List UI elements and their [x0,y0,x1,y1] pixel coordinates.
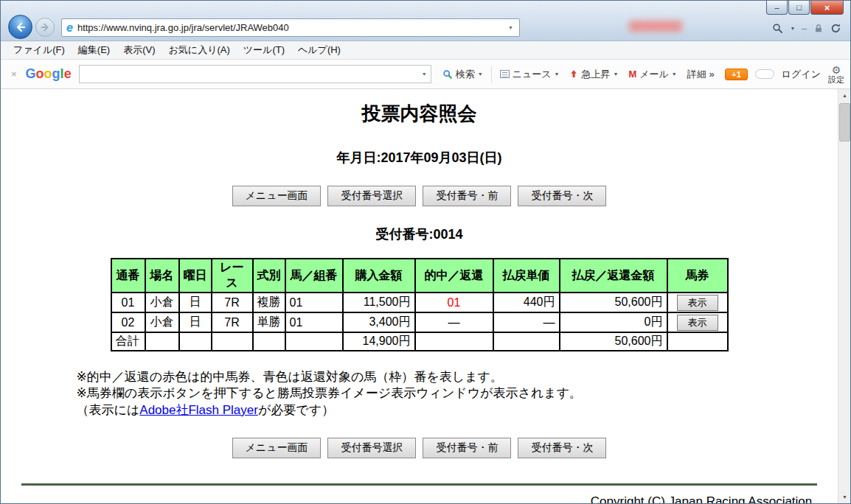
news-button[interactable]: ニュース ▼ [495,65,565,84]
toolbar-close-icon[interactable]: × [7,69,21,80]
copyright-text: Copyright (C) Japan Racing Association. [1,494,816,503]
nav-button-row-bottom: メニュー画面 受付番号選択 受付番号・前 受付番号・次 [1,438,838,458]
title-bar: – □ × e https://www.nvinq.jra.go.jp/jra/… [1,1,850,41]
receipt-prev-button-top[interactable]: 受付番号・前 [423,186,511,206]
menu-screen-button-top[interactable]: メニュー画面 [232,186,322,206]
logo-letter: G [26,66,36,81]
col-header: 馬券 [667,259,728,293]
logo-letter: o [36,66,44,81]
news-icon [500,70,510,78]
cell-empty [253,332,285,351]
show-ticket-button[interactable]: 表示 [677,295,718,311]
address-bar[interactable]: e https://www.nvinq.jra.go.jp/jra/servle… [61,18,520,37]
settings-button[interactable]: ⚙ 設定 [828,65,844,84]
toolbar-right-group: +1 ログイン ⚙ 設定 [725,65,844,84]
cell-amount: 11,500円 [343,293,415,312]
cell-hit: 01 [415,293,493,312]
address-dropdown-icon[interactable]: ▼ [507,25,515,30]
receipt-next-button-top[interactable]: 受付番号・次 [518,186,606,206]
cell-total-label: 合計 [111,332,145,351]
google-search-button[interactable]: 検索 ▼ [437,65,488,84]
col-header: 曜日 [179,259,212,293]
cell-empty [285,332,343,351]
chevron-down-icon: ▼ [613,71,618,77]
page-title: 投票内容照会 [1,101,838,127]
news-label: ニュース [513,68,552,81]
maximize-icon: □ [796,3,802,12]
menu-favorites[interactable]: お気に入り(A) [162,43,237,57]
menu-view[interactable]: 表示(V) [117,43,161,57]
url-text: https://www.nvinq.jra.go.jp/jra/servlet/… [77,22,507,33]
trending-button[interactable]: 急上昇 ▼ [564,65,623,84]
nav-button-row-top: メニュー画面 受付番号選択 受付番号・前 受付番号・次 [1,186,838,206]
col-header: 払戻単価 [493,259,560,293]
settings-label: 設定 [828,76,844,84]
note-line-3-post: が必要です） [258,403,334,417]
settings-icon: ⚙ [832,65,841,75]
cell-empty [667,332,728,351]
menu-bar: ファイル(F) 編集(E) 表示(V) お気に入り(A) ツール(T) ヘルプ(… [1,41,850,60]
flash-player-link[interactable]: Adobe社Flash Player [139,403,258,417]
google-search-box: ▼ [79,65,431,83]
col-header: 式別 [253,259,285,293]
mail-button[interactable]: M メール ▼ [623,65,681,84]
more-button[interactable]: 詳細 » [682,65,720,84]
refresh-icon[interactable] [830,23,841,34]
logo-letter: e [64,66,72,81]
cell-number: 02 [111,312,145,332]
chevron-down-icon: ▼ [672,71,677,77]
cell-empty [145,332,179,351]
ie-page-icon: e [66,21,73,35]
menu-edit[interactable]: 編集(E) [72,43,117,57]
col-header: レース [212,259,253,293]
cell-day: 日 [179,312,212,332]
redacted-text [629,21,682,32]
scroll-up-button[interactable]: ▲ [838,89,850,102]
page-content: 投票内容照会 年月日:2017年09月03日(日) メニュー画面 受付番号選択 … [1,89,850,503]
trending-up-icon [569,69,578,79]
search-icon[interactable] [772,23,783,34]
mail-icon: M [628,69,636,80]
back-button[interactable] [8,15,32,39]
show-ticket-button[interactable]: 表示 [677,315,718,331]
trending-label: 急上昇 [581,68,610,81]
cell-hit: ― [415,312,493,332]
menu-tools[interactable]: ツール(T) [237,43,291,57]
cell-track: 小倉 [145,293,179,312]
menu-help[interactable]: ヘルプ(H) [291,43,347,57]
vertical-scrollbar[interactable]: ▲ ▼ [838,89,850,503]
forward-button[interactable] [35,18,55,37]
login-link[interactable]: ログイン [782,68,821,81]
close-icon: × [824,2,830,13]
forward-arrow-icon [40,22,50,32]
cell-total-purchase: 14,900円 [343,332,415,351]
lock-icon [813,23,824,34]
plus-one-badge[interactable]: +1 [725,69,748,80]
cell-empty [179,332,212,351]
close-button[interactable]: × [810,1,844,15]
col-header: 場名 [145,259,179,293]
table-header-row: 通番 場名 曜日 レース 式別 馬／組番 購入金額 的中／返還 払戻単価 払戻／… [111,259,728,293]
scroll-down-button[interactable]: ▼ [838,491,850,503]
google-logo: Google [26,66,72,82]
browser-window: – □ × e https://www.nvinq.jra.go.jp/jra/… [0,0,851,504]
window-controls: – □ × [765,1,844,15]
minimize-button[interactable]: – [766,1,788,15]
receipt-next-button-bottom[interactable]: 受付番号・次 [518,438,606,458]
maximize-button[interactable]: □ [788,1,810,15]
menu-file[interactable]: ファイル(F) [7,43,72,57]
table-row: 02 小倉 日 7R 単勝 01 3,400円 ― ― 0円 表示 [111,312,728,332]
scroll-down-icon: ▼ [842,494,847,500]
google-search-input[interactable] [80,66,418,83]
scrollbar-thumb[interactable] [839,103,850,141]
menu-screen-button-bottom[interactable]: メニュー画面 [232,438,322,458]
cell-unit-payout: 440円 [493,293,560,312]
search-history-dropdown-icon[interactable]: ▼ [418,71,431,77]
share-toggle[interactable] [755,69,774,79]
search-dropdown-icon[interactable]: ▼ [790,26,795,31]
receipt-number: 受付番号:0014 [1,225,838,243]
chevron-down-icon: ▼ [555,71,560,77]
receipt-prev-button-bottom[interactable]: 受付番号・前 [423,438,511,458]
receipt-select-button-top[interactable]: 受付番号選択 [327,186,416,206]
receipt-select-button-bottom[interactable]: 受付番号選択 [327,438,416,458]
